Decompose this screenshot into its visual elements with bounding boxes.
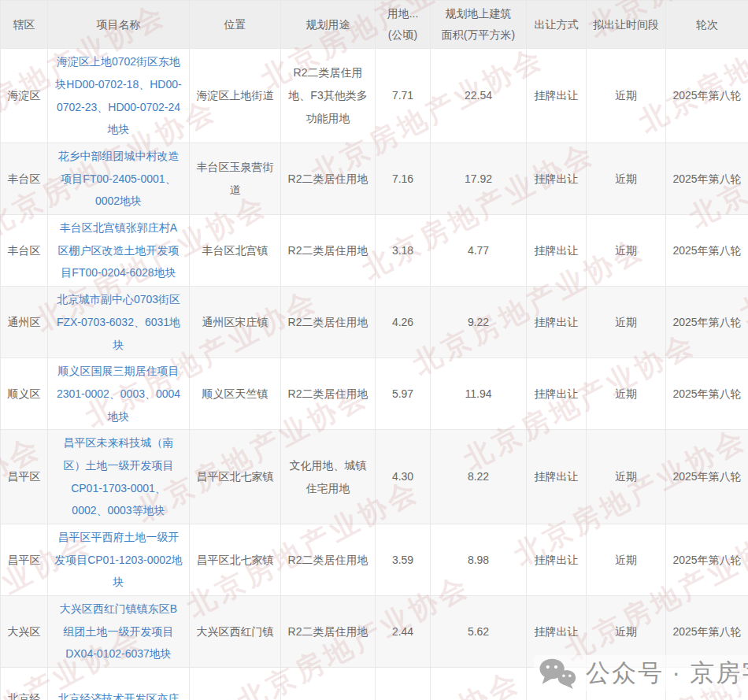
cell-method: 挂牌出让 (527, 358, 587, 430)
cell-usage: 文化用地、城镇住宅用地 (281, 430, 376, 524)
cell-method: 挂牌出让 (527, 287, 587, 358)
badge-label: 公众号 · 京房字 (586, 657, 748, 690)
cell-usage: R2二类居住用地 (281, 668, 376, 700)
cell-location: 大兴区瀛海镇 (190, 668, 281, 700)
project-link[interactable]: 顺义区国展三期居住项目2301-0002、0003、0004地块 (54, 360, 183, 428)
cell-project: 北京经济技术开发区亦庄新城YZ00-0802街区1401地块 (48, 668, 190, 700)
wechat-icon (539, 657, 576, 689)
cell-usage: R2二类居住用地 (281, 215, 376, 287)
cell-usage: R2二类居住用地、F3其他类多功能用地 (281, 49, 376, 143)
cell-method: 挂牌出让 (527, 524, 587, 596)
column-header-round: 轮次 (666, 1, 748, 49)
cell-location: 海淀区上地街道 (190, 49, 281, 143)
cell-gfa: 8.22 (431, 430, 527, 524)
cell-method: 挂牌出让 (527, 143, 587, 215)
project-link[interactable]: 北京经济技术开发区亦庄新城YZ00-0802街区1401地块 (54, 687, 183, 700)
cell-period: 近期 (587, 430, 666, 524)
cell-project: 海淀区上地0702街区东地块HD00-0702-18、HD00-0702-23、… (48, 49, 190, 143)
cell-area: 5.40 (376, 668, 431, 700)
project-link[interactable]: 昌平区未来科技城（南区）土地一级开发项目CP01-1703-0001、0002、… (54, 431, 183, 522)
cell-location: 昌平区北七家镇 (190, 524, 281, 596)
cell-gfa: 4.77 (431, 215, 527, 287)
cell-project: 顺义区国展三期居住项目2301-0002、0003、0004地块 (48, 358, 190, 430)
cell-method: 挂牌出让 (527, 215, 587, 287)
cell-gfa: 13.50 (431, 668, 527, 700)
cell-area: 5.97 (376, 358, 431, 430)
cell-period: 近期 (587, 287, 666, 358)
column-header-district: 辖区 (1, 1, 48, 49)
cell-round: 2025年第八轮 (666, 524, 748, 596)
cell-district: 昌平区 (1, 430, 48, 524)
cell-round: 2025年第八轮 (666, 143, 748, 215)
table-row: 丰台区丰台区北宫镇张郭庄村A区棚户区改造土地开发项目FT00-0204-6028… (1, 215, 748, 287)
table-row: 通州区北京城市副中心0703街区FZX-0703-6032、6031地块通州区宋… (1, 287, 748, 358)
cell-area: 4.26 (376, 287, 431, 358)
cell-gfa: 11.94 (431, 358, 527, 430)
column-header-location: 位置 (190, 1, 281, 49)
cell-area: 3.59 (376, 524, 431, 596)
cell-round: 2025年第八轮 (666, 215, 748, 287)
cell-area: 3.18 (376, 215, 431, 287)
cell-project: 丰台区北宫镇张郭庄村A区棚户区改造土地开发项目FT00-0204-6028地块 (48, 215, 190, 287)
cell-location: 丰台区玉泉营街道 (190, 143, 281, 215)
cell-period: 近期 (587, 524, 666, 596)
project-link[interactable]: 丰台区北宫镇张郭庄村A区棚户区改造土地开发项目FT00-0204-6028地块 (54, 217, 183, 284)
column-header-usage: 规划用途 (281, 1, 376, 49)
cell-usage: R2二类居住用地 (281, 358, 376, 430)
column-header-project: 项目名称 (48, 1, 190, 49)
cell-gfa: 22.54 (431, 49, 527, 143)
cell-area: 2.44 (376, 596, 431, 668)
cell-period: 近期 (587, 143, 666, 215)
table-row: 海淀区海淀区上地0702街区东地块HD00-0702-18、HD00-0702-… (1, 49, 748, 143)
wechat-official-account-badge: 公众号 · 京房字 (534, 655, 748, 691)
column-header-gfa: 规划地上建筑 面积(万平方米) (431, 1, 527, 49)
cell-project: 大兴区西红门镇镇东区B组团土地一级开发项目DX04-0102-6037地块 (48, 596, 190, 668)
cell-project: 花乡中部组团城中村改造项目FT00-2405-0001、0002地块 (48, 143, 190, 215)
cell-method: 挂牌出让 (527, 430, 587, 524)
cell-usage: R2二类居住用地 (281, 287, 376, 358)
project-link[interactable]: 北京城市副中心0703街区FZX-0703-6032、6031地块 (54, 288, 183, 356)
cell-project: 昌平区平西府土地一级开发项目CP01-1203-0002地块 (48, 524, 190, 596)
cell-district: 昌平区 (1, 524, 48, 596)
cell-project: 昌平区未来科技城（南区）土地一级开发项目CP01-1703-0001、0002、… (48, 430, 190, 524)
cell-round: 2025年第八轮 (666, 287, 748, 358)
column-header-area: 用地... (公顷) (376, 1, 431, 49)
table-header-row: 辖区项目名称位置规划用途用地... (公顷)规划地上建筑 面积(万平方米)出让方… (1, 1, 748, 49)
cell-period: 近期 (587, 49, 666, 143)
cell-location: 大兴区西红门镇 (190, 596, 281, 668)
column-header-period: 拟出让时间段 (587, 1, 666, 49)
cell-round: 2025年第八轮 (666, 430, 748, 524)
land-parcel-table: 辖区项目名称位置规划用途用地... (公顷)规划地上建筑 面积(万平方米)出让方… (0, 0, 748, 700)
cell-period: 近期 (587, 215, 666, 287)
cell-gfa: 17.92 (431, 143, 527, 215)
cell-gfa: 9.22 (431, 287, 527, 358)
cell-district: 丰台区 (1, 215, 48, 287)
cell-project: 北京城市副中心0703街区FZX-0703-6032、6031地块 (48, 287, 190, 358)
cell-method: 挂牌出让 (527, 49, 587, 143)
table-row: 昌平区昌平区未来科技城（南区）土地一级开发项目CP01-1703-0001、00… (1, 430, 748, 524)
cell-location: 通州区宋庄镇 (190, 287, 281, 358)
cell-gfa: 5.62 (431, 596, 527, 668)
project-link[interactable]: 大兴区西红门镇镇东区B组团土地一级开发项目DX04-0102-6037地块 (54, 598, 183, 665)
cell-gfa: 8.98 (431, 524, 527, 596)
project-link[interactable]: 海淀区上地0702街区东地块HD00-0702-18、HD00-0702-23、… (54, 50, 183, 141)
table-row: 顺义区顺义区国展三期居住项目2301-0002、0003、0004地块顺义区天竺… (1, 358, 748, 430)
cell-usage: R2二类居住用地 (281, 143, 376, 215)
cell-location: 丰台区北宫镇 (190, 215, 281, 287)
cell-district: 通州区 (1, 287, 48, 358)
cell-district: 顺义区 (1, 358, 48, 430)
table-row: 丰台区花乡中部组团城中村改造项目FT00-2405-0001、0002地块丰台区… (1, 143, 748, 215)
cell-district: 大兴区 (1, 596, 48, 668)
project-link[interactable]: 昌平区平西府土地一级开发项目CP01-1203-0002地块 (54, 526, 183, 594)
cell-district: 海淀区 (1, 49, 48, 143)
table-body: 海淀区海淀区上地0702街区东地块HD00-0702-18、HD00-0702-… (1, 49, 748, 700)
cell-usage: R2二类居住用地 (281, 524, 376, 596)
cell-district: 丰台区 (1, 143, 48, 215)
cell-area: 7.71 (376, 49, 431, 143)
cell-usage: R2二类居住用地 (281, 596, 376, 668)
cell-district: 北京经济技术开发区 (1, 668, 48, 700)
cell-round: 2025年第八轮 (666, 49, 748, 143)
project-link[interactable]: 花乡中部组团城中村改造项目FT00-2405-0001、0002地块 (54, 145, 183, 213)
cell-location: 昌平区北七家镇 (190, 430, 281, 524)
cell-period: 近期 (587, 358, 666, 430)
